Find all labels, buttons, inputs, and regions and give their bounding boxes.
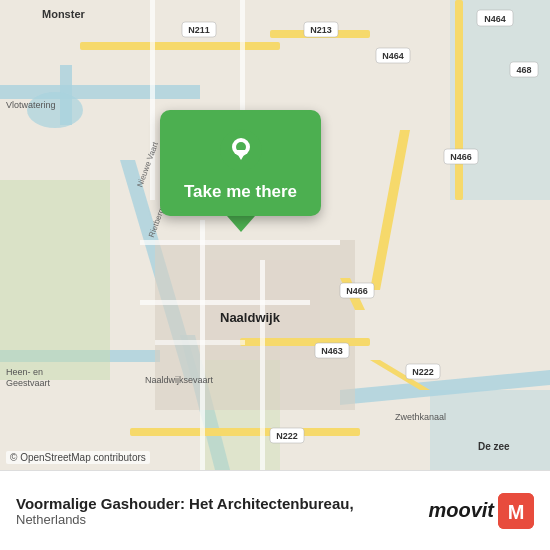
svg-text:M: M xyxy=(508,501,525,523)
moovit-icon: M xyxy=(498,493,534,529)
svg-text:N464: N464 xyxy=(484,14,506,24)
svg-text:N211: N211 xyxy=(188,25,210,35)
svg-text:N466: N466 xyxy=(450,152,472,162)
popup-container[interactable]: Take me there xyxy=(160,110,321,232)
svg-text:Heen- en: Heen- en xyxy=(6,367,43,377)
svg-text:N222: N222 xyxy=(276,431,298,441)
svg-rect-27 xyxy=(140,300,310,305)
svg-rect-19 xyxy=(240,338,370,346)
svg-text:Monster: Monster xyxy=(42,8,86,20)
svg-rect-28 xyxy=(155,340,245,345)
moovit-logo: moovit M xyxy=(428,493,534,529)
svg-rect-21 xyxy=(130,428,360,436)
svg-text:De zee: De zee xyxy=(478,441,510,452)
popup-box[interactable]: Take me there xyxy=(160,110,321,216)
svg-text:468: 468 xyxy=(516,65,531,75)
svg-text:Naaldwijksevaart: Naaldwijksevaart xyxy=(145,375,214,385)
map-container: N464 N211 N213 N464 468 N466 N466 N463 N… xyxy=(0,0,550,470)
svg-rect-22 xyxy=(150,0,155,200)
svg-rect-8 xyxy=(430,390,550,470)
footer-title: Voormalige Gashouder: Het Architectenbur… xyxy=(16,495,354,512)
svg-text:N222: N222 xyxy=(412,367,434,377)
popup-label: Take me there xyxy=(184,182,297,202)
osm-attribution: © OpenStreetMap contributors xyxy=(6,451,150,464)
svg-rect-14 xyxy=(80,42,280,50)
svg-text:Naaldwijk: Naaldwijk xyxy=(220,310,281,325)
svg-text:N464: N464 xyxy=(382,51,404,61)
svg-rect-25 xyxy=(260,260,265,470)
svg-rect-7 xyxy=(450,0,550,200)
footer-info: Voormalige Gashouder: Het Architectenbur… xyxy=(16,495,354,527)
popup-tail xyxy=(227,216,255,232)
svg-point-6 xyxy=(27,92,83,128)
svg-text:N466: N466 xyxy=(346,286,368,296)
map-background: N464 N211 N213 N464 468 N466 N466 N463 N… xyxy=(0,0,550,470)
svg-rect-10 xyxy=(0,180,110,380)
moovit-brand-icon: M xyxy=(498,493,534,529)
svg-text:Zwethkanaal: Zwethkanaal xyxy=(395,412,446,422)
moovit-text: moovit xyxy=(428,499,494,522)
svg-rect-1 xyxy=(0,85,200,99)
svg-rect-16 xyxy=(455,0,463,200)
footer-subtitle: Netherlands xyxy=(16,512,354,527)
svg-rect-26 xyxy=(140,240,340,245)
svg-text:N213: N213 xyxy=(310,25,332,35)
location-pin-icon xyxy=(219,128,263,172)
svg-text:N463: N463 xyxy=(321,346,343,356)
svg-text:Vlotwatering: Vlotwatering xyxy=(6,100,56,110)
svg-text:Geestvaart: Geestvaart xyxy=(6,378,51,388)
footer-bar: Voormalige Gashouder: Het Architectenbur… xyxy=(0,470,550,550)
